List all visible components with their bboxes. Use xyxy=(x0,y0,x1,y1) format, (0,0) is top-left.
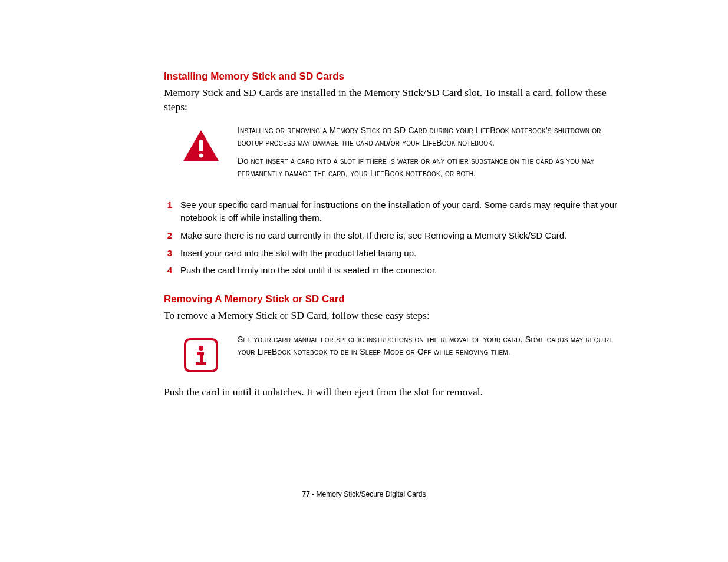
svg-rect-0 xyxy=(199,140,203,151)
list-item: 4 Push the card firmly into the slot unt… xyxy=(164,264,630,277)
page-number: 77 - xyxy=(302,490,314,498)
step-number: 3 xyxy=(164,247,172,260)
warning-paragraph-1: Installing or removing a Memory Stick or… xyxy=(238,124,618,149)
body-removing: Push the card in until it unlatches. It … xyxy=(164,385,630,399)
install-steps-list: 1 See your specific card manual for inst… xyxy=(164,199,630,277)
warning-callout: Installing or removing a Memory Stick or… xyxy=(182,124,618,186)
warning-text: Installing or removing a Memory Stick or… xyxy=(238,124,618,186)
heading-installing: Installing Memory Stick and SD Cards xyxy=(164,71,630,82)
intro-installing: Memory Stick and SD Cards are installed … xyxy=(164,86,630,114)
warning-paragraph-2: Do not insert a card into a slot if ther… xyxy=(238,155,618,180)
list-item: 1 See your specific card manual for inst… xyxy=(164,199,630,224)
step-number: 1 xyxy=(164,199,172,211)
intro-removing: To remove a Memory Stick or SD Card, fol… xyxy=(164,309,630,323)
warning-icon xyxy=(182,124,220,162)
heading-removing: Removing A Memory Stick or SD Card xyxy=(164,293,630,305)
svg-rect-6 xyxy=(196,362,206,365)
page-content: Installing Memory Stick and SD Cards Mem… xyxy=(164,71,630,409)
list-item: 2 Make sure there is no card currently i… xyxy=(164,229,630,242)
info-text: See your card manual for specific instru… xyxy=(238,333,618,364)
step-text: Insert your card into the slot with the … xyxy=(180,247,416,260)
step-text: Push the card firmly into the slot until… xyxy=(180,264,437,277)
info-callout: See your card manual for specific instru… xyxy=(182,333,618,372)
svg-point-3 xyxy=(199,346,203,351)
list-item: 3 Insert your card into the slot with th… xyxy=(164,247,630,260)
info-paragraph: See your card manual for specific instru… xyxy=(238,333,618,358)
page-footer: 77 - Memory Stick/Secure Digital Cards xyxy=(0,490,728,498)
info-icon xyxy=(182,333,220,372)
step-number: 2 xyxy=(164,229,172,242)
step-text: Make sure there is no card currently in … xyxy=(180,229,566,242)
footer-title: Memory Stick/Secure Digital Cards xyxy=(314,490,426,498)
step-text: See your specific card manual for instru… xyxy=(180,199,630,224)
svg-point-1 xyxy=(199,154,203,158)
step-number: 4 xyxy=(164,264,172,277)
